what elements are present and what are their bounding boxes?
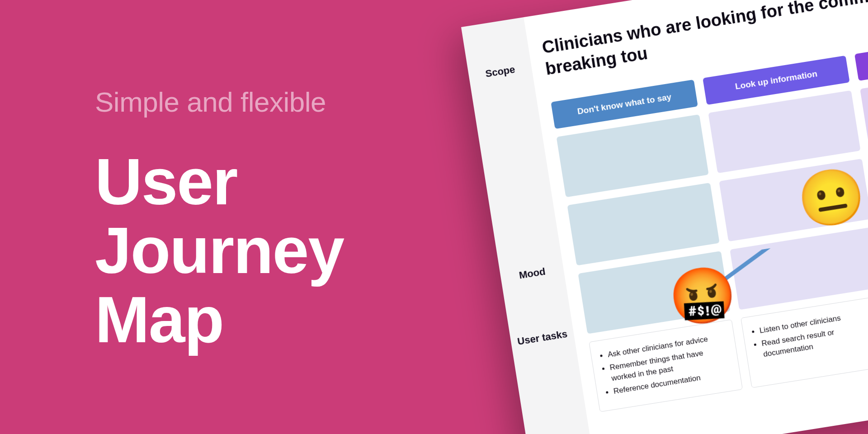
phase-header-3 (854, 32, 868, 81)
mood-cell (557, 114, 709, 197)
journey-map-card: Scope Mood User tasks Clinicians who are… (461, 0, 868, 434)
mood-cell (567, 183, 720, 265)
sidebar-mood-label: Mood (499, 255, 566, 292)
tasks-col-2: Listen to other clinicians Read search r… (741, 295, 868, 388)
mood-emoji-angry-icon: 🤬 (665, 264, 741, 328)
sidebar-scope-label: Scope (467, 53, 534, 90)
tasks-col-1: Ask other clinicians for advice Remember… (589, 319, 743, 412)
hero-title: User Journey Map (95, 147, 344, 354)
mood-cell (730, 227, 868, 310)
hero-subtitle: Simple and flexible (95, 86, 344, 118)
mood-emoji-neutral-icon: 😐 (794, 165, 868, 230)
sidebar-tasks-label: User tasks (509, 319, 576, 357)
mood-cell (708, 90, 860, 173)
